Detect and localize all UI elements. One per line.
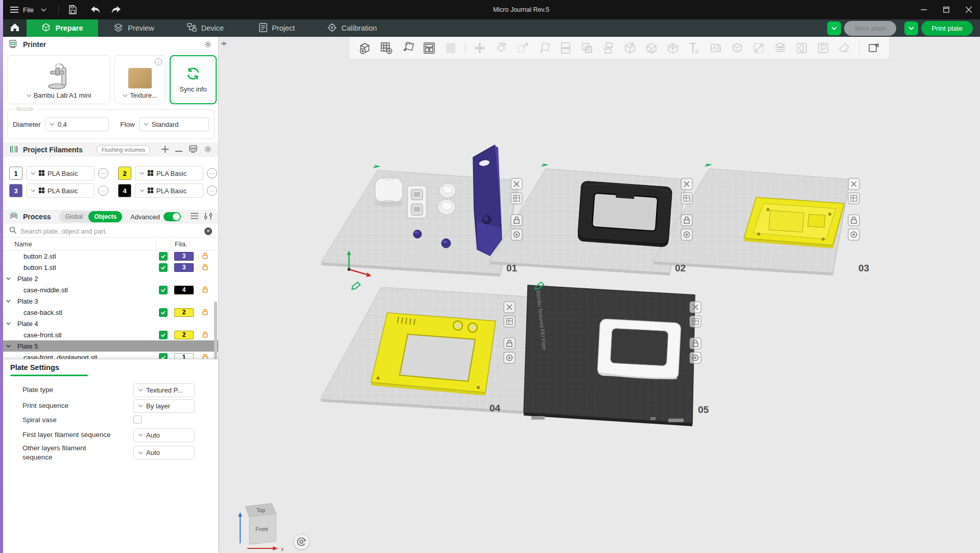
- delete-plate-icon[interactable]: [511, 178, 522, 190]
- plate-settings-icon[interactable]: [681, 193, 692, 204]
- edit-plate-name-icon[interactable]: [352, 282, 360, 289]
- tab-calibration[interactable]: Calibration: [313, 19, 392, 37]
- object-purple-bracket[interactable]: [473, 145, 502, 256]
- visibility-checkbox[interactable]: [159, 331, 168, 339]
- scene-canvas[interactable]: Bambu Textured PEI Plate 01 02 03 04 05: [219, 37, 980, 553]
- segment-objects[interactable]: Objects: [88, 211, 122, 222]
- tab-prepare[interactable]: Prepare: [27, 19, 98, 37]
- collapse-chevron-icon[interactable]: [3, 299, 13, 303]
- maximize-button[interactable]: [935, 0, 958, 19]
- table-row[interactable]: case-front.stl 2: [3, 329, 218, 340]
- slice-options-chevron[interactable]: [827, 21, 841, 35]
- close-button[interactable]: [958, 0, 980, 19]
- object-case-middle[interactable]: [577, 181, 672, 247]
- lock-icon[interactable]: [201, 353, 209, 359]
- plate-visibility-icon[interactable]: [690, 352, 701, 363]
- file-menu[interactable]: File: [9, 5, 34, 15]
- filament-badge[interactable]: 3: [174, 263, 194, 272]
- print-plate-button[interactable]: Print plate: [921, 21, 973, 36]
- filament-4-select[interactable]: PLA Basic: [135, 183, 203, 198]
- tab-device[interactable]: Device: [170, 19, 241, 37]
- printer-settings-gear-icon[interactable]: [204, 40, 212, 49]
- printer-model-card[interactable]: Bambu Lab A1 mini: [7, 55, 110, 104]
- delete-plate-icon[interactable]: [848, 178, 859, 190]
- object-knob[interactable]: [374, 178, 404, 206]
- diameter-select[interactable]: 0.4: [45, 118, 109, 131]
- lock-icon[interactable]: [201, 263, 209, 271]
- table-row[interactable]: button 2.stl 3: [3, 250, 218, 262]
- flushing-volumes-button[interactable]: Flushing volumes: [97, 145, 151, 154]
- table-row[interactable]: button 1.stl 3: [3, 262, 218, 273]
- visibility-checkbox[interactable]: [159, 286, 168, 294]
- undo-icon[interactable]: [90, 5, 101, 15]
- lock-plate-icon[interactable]: [848, 215, 859, 226]
- filament-settings-gear-icon[interactable]: [204, 145, 212, 155]
- camera-orbit-button[interactable]: [293, 534, 310, 550]
- other-layers-sequence-select[interactable]: Auto: [133, 446, 195, 459]
- plate-visibility-icon[interactable]: [681, 229, 692, 240]
- tab-preview[interactable]: Preview: [98, 19, 170, 37]
- table-row[interactable]: case-middle.stl 4: [3, 284, 218, 295]
- print-sequence-select[interactable]: By layer: [133, 399, 195, 413]
- filament-1-select[interactable]: PLA Basic: [26, 166, 95, 180]
- object-knob-cylinder[interactable]: [438, 199, 455, 215]
- home-button[interactable]: [3, 19, 27, 37]
- menu-chevron-icon[interactable]: [39, 5, 49, 15]
- plate-visibility-icon[interactable]: [504, 352, 515, 363]
- lock-icon[interactable]: [201, 331, 209, 339]
- filament-2-more-button[interactable]: ⋯: [207, 168, 217, 178]
- filament-3-swatch[interactable]: 3: [9, 184, 22, 197]
- tab-project[interactable]: Project: [241, 19, 313, 37]
- object-purple-button[interactable]: [413, 230, 422, 238]
- object-case-front[interactable]: [371, 313, 496, 396]
- table-row[interactable]: Plate 4: [3, 318, 218, 329]
- plate-settings-icon[interactable]: [504, 316, 515, 327]
- delete-plate-icon[interactable]: [690, 302, 701, 313]
- list-view-icon[interactable]: [191, 213, 198, 221]
- filament-badge[interactable]: 2: [174, 308, 194, 317]
- edit-plate-name-icon[interactable]: [705, 164, 711, 166]
- tune-icon[interactable]: [204, 213, 212, 221]
- table-row[interactable]: Plate 3: [3, 295, 218, 307]
- filament-1-swatch[interactable]: 1: [9, 167, 22, 180]
- table-row[interactable]: Plate 2: [3, 273, 218, 284]
- table-row-selected[interactable]: Plate 5: [3, 340, 218, 352]
- table-row[interactable]: case-front_displayport.stl 1: [3, 352, 218, 359]
- search-input[interactable]: [20, 227, 200, 235]
- filament-2-swatch[interactable]: 2: [118, 167, 131, 180]
- filament-4-swatch[interactable]: 4: [118, 184, 131, 197]
- collapse-chevron-icon[interactable]: [3, 322, 13, 325]
- collapse-chevron-icon[interactable]: [3, 277, 13, 280]
- object-purple-button[interactable]: [441, 239, 451, 248]
- table-row[interactable]: case-back.stl 2: [3, 307, 218, 318]
- spiral-vase-checkbox[interactable]: [133, 416, 142, 424]
- object-case-front-displayport[interactable]: [597, 319, 681, 380]
- object-knob-cylinder[interactable]: [439, 183, 456, 198]
- save-icon[interactable]: [68, 5, 78, 15]
- plate-settings-icon[interactable]: [690, 316, 701, 327]
- edit-plate-name-icon[interactable]: [374, 166, 380, 168]
- plate-visibility-icon[interactable]: [511, 229, 522, 240]
- sync-info-button[interactable]: Sync info: [170, 55, 217, 104]
- filament-3-select[interactable]: PLA Basic: [26, 183, 95, 198]
- advanced-toggle[interactable]: [164, 212, 181, 221]
- visibility-checkbox[interactable]: [159, 263, 168, 272]
- lock-icon[interactable]: [201, 286, 209, 294]
- visibility-checkbox[interactable]: [159, 308, 168, 317]
- viewport-3d[interactable]: ◂|▸ AUTO a: [219, 37, 980, 553]
- filament-badge[interactable]: 2: [174, 331, 194, 339]
- clear-search-icon[interactable]: ✕: [204, 227, 212, 235]
- lock-plate-icon[interactable]: [504, 338, 515, 349]
- segment-global[interactable]: Global: [59, 211, 88, 222]
- visibility-checkbox[interactable]: [159, 252, 168, 261]
- edit-plate-name-icon[interactable]: [542, 164, 548, 166]
- redo-icon[interactable]: [111, 5, 121, 15]
- lock-plate-icon[interactable]: [681, 215, 692, 226]
- lock-plate-icon[interactable]: [511, 215, 522, 226]
- filament-2-select[interactable]: PLA Basic: [135, 166, 203, 180]
- delete-plate-icon[interactable]: [504, 302, 515, 313]
- navigation-cube[interactable]: Top Front x: [234, 498, 290, 552]
- remove-filament-icon[interactable]: [175, 146, 182, 154]
- plate-visibility-icon[interactable]: [848, 229, 859, 240]
- plate-info-icon[interactable]: i: [155, 58, 162, 65]
